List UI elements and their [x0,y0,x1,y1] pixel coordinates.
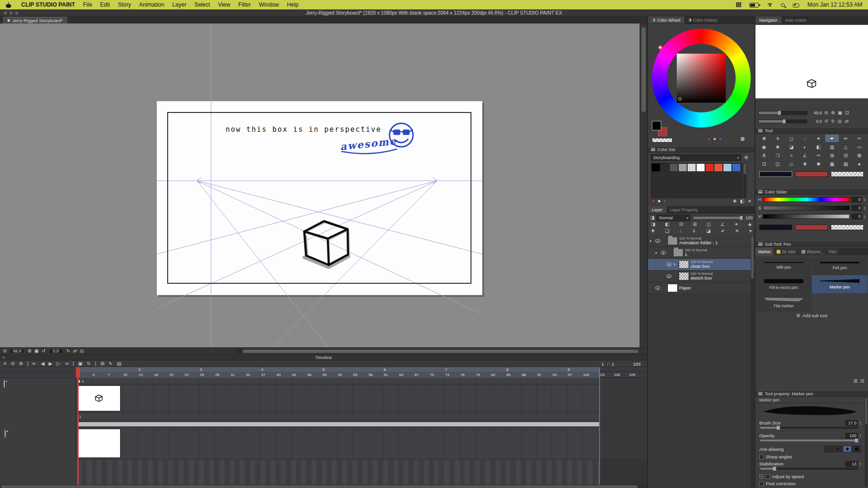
layer-toolbar-icon[interactable]: ❏ [665,229,669,233]
layer-thumbnail[interactable] [667,284,678,292]
anti-aliasing-option-button[interactable] [852,446,861,452]
frame-number[interactable]: 88 [521,373,536,377]
timeline-scrollbar[interactable] [0,485,647,488]
frame-number[interactable]: 4 [92,373,107,377]
panel-tab[interactable]: Layer Property [666,206,702,213]
expand-plus-icon[interactable]: + [759,474,763,479]
layer-visibility-eye-icon[interactable] [666,274,672,278]
layer-toolbar-icon[interactable]: ⊟ [679,222,683,227]
layer-row[interactable]: 100 % Normal sketch box [648,271,754,282]
timeline-toolbar-icon[interactable]: ⊖ [11,361,15,366]
close-icon[interactable]: × [2,355,5,360]
layer-toolbar-icon[interactable]: ∠ [721,222,725,227]
anti-aliasing-option-button[interactable] [834,446,842,452]
color-mode-dot[interactable] [707,137,711,141]
subtool-group-tab[interactable]: Marker [755,248,774,256]
subtool-panel-header[interactable]: Sub Tool: Pen [755,241,868,247]
timeline-toolbar-icon[interactable]: ◀ [41,361,45,366]
tool-icon[interactable]: ▭ [852,143,866,151]
tool-icon[interactable]: ● [852,160,866,168]
saturation-slider[interactable] [763,206,850,210]
tool-property-scrollbar[interactable] [865,397,868,487]
fit-to-screen-icon[interactable]: ▣ [34,349,39,353]
panel-menu-icon[interactable] [758,190,763,193]
frame-number[interactable]: 106 [613,373,628,377]
color-mode-dot[interactable] [713,137,716,141]
subtool-group-tab[interactable]: Pen [826,248,839,256]
cel-thumbnail[interactable] [77,429,121,458]
color-swatch[interactable] [705,163,714,172]
frame-number[interactable]: 73 [444,373,460,377]
layer-visibility-eye-icon[interactable] [661,251,666,255]
frame-number[interactable]: 49 [322,373,337,377]
color-set-header[interactable]: Color Set [648,146,754,152]
color-swatch[interactable] [687,163,696,172]
timeline-seconds-ruler[interactable]: 123456789 [0,367,647,372]
sharp-angles-checkbox[interactable] [759,455,764,459]
stepper[interactable]: ▴▾ [864,206,865,210]
layer-name[interactable]: clean box [690,264,713,269]
panel-menu-icon[interactable] [758,392,763,395]
sub-color-bar[interactable] [795,171,828,177]
menubar-menu-item[interactable]: View [218,1,230,8]
screen-grid-icon[interactable] [736,2,741,7]
frame-number[interactable]: 40 [276,373,291,377]
navigator-zoom-icon[interactable]: ▣ [838,111,842,115]
tool-icon[interactable]: ✂ [812,152,826,159]
subtool-item[interactable]: Flat marker [756,294,811,312]
menubar-menu-item[interactable]: File [83,1,92,8]
apple-menu-icon[interactable] [6,2,13,8]
tool-icon[interactable]: ◌ [798,135,812,142]
hue-value[interactable]: 0 [852,197,862,202]
opacity-value[interactable]: 100 [845,433,858,439]
navigator-preview[interactable] [755,25,868,98]
color-indicator-dot[interactable] [657,200,661,203]
clip-duration-bar[interactable] [77,422,599,426]
layer-row[interactable]: ▾ 100 % Normal Animation folder : 1 [648,235,754,247]
stepper[interactable]: ▴▾ [860,433,861,438]
frame-number[interactable]: 43 [291,373,307,377]
track-visibility-eye-icon[interactable] [5,429,6,438]
color-swatch[interactable] [660,163,669,172]
blend-mode-select[interactable]: Normal ▾ [657,215,690,221]
stepper[interactable]: ▴▾ [860,421,861,425]
frame-number[interactable]: 94 [552,373,567,377]
tool-property-header[interactable]: Tool property: Marker pen [755,391,868,397]
frame-number[interactable]: 91 [536,373,552,377]
layer-toolbar-icon[interactable]: ✕ [735,229,739,233]
scrollbar-thumb[interactable] [1,485,638,488]
tool-icon[interactable]: A [757,152,771,159]
tool-icon[interactable]: ▧ [839,160,852,168]
frame-number[interactable]: 7 [107,373,122,377]
tool-icon[interactable]: ✛ [771,135,785,142]
menubar-menu-item[interactable]: Select [195,1,210,8]
zoom-out-icon[interactable]: ⊖ [3,349,7,353]
color-swatch[interactable] [714,163,723,172]
transparent-color-bar[interactable] [831,224,864,230]
tool-icon[interactable]: ✥ [757,135,771,142]
layer-toolbar-icon[interactable]: ◪ [706,229,711,233]
rotate-left-icon[interactable]: ↺ [41,349,45,353]
expander-icon[interactable]: ▾ [649,239,654,243]
track-cel-row[interactable] [0,384,647,413]
opacity-slider[interactable] [760,440,858,441]
layer-opacity-slider[interactable] [693,216,743,220]
color-slider-header[interactable]: Color Slider [755,189,868,195]
frame-number[interactable]: 46 [306,373,322,377]
frame-number[interactable]: 61 [383,373,398,377]
color-swatch[interactable] [732,163,741,172]
tool-icon[interactable]: ◐ [798,143,812,151]
layer-toolbar-icon[interactable]: ✔ [721,229,725,233]
zoom-in-icon[interactable]: ⊕ [27,349,31,353]
panel-tab[interactable]: Layer [648,206,666,213]
frame-number[interactable]: 55 [352,373,368,377]
color-indicator-dot[interactable] [652,200,655,203]
layer-opacity-value[interactable]: 100 [746,216,753,220]
layer-toolbar-icon[interactable]: ◨ [651,222,655,227]
layer-toolbar-icon[interactable]: ◧ [665,222,669,227]
canvas-zoom-value[interactable]: 66.6 [9,349,24,354]
canvas-area[interactable]: now this box is in perspective awesome [0,24,647,347]
timeline-toolbar-icon[interactable]: ⊞ [100,361,104,366]
document-tab[interactable]: Jerry-Rigged Storyboard* [3,17,67,24]
subtool-group-tab[interactable]: shiyoon_ [799,248,826,256]
